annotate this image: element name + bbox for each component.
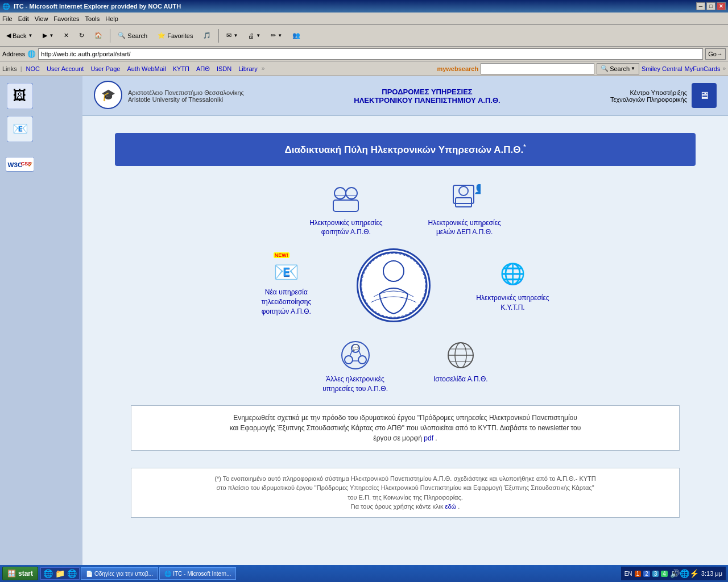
start-button[interactable]: 🪟 start [2,567,38,580]
menu-help[interactable]: Help [105,15,118,22]
refresh-button[interactable]: ↻ [75,27,88,44]
students-icon [330,183,362,215]
taskbar-item-1[interactable]: 🌐 ITC - Microsoft Intern... [159,567,236,580]
titlebar-title: ITC - Microsoft Internet Explorer provid… [14,3,181,10]
pdf-link[interactable]: pdf [424,434,433,442]
go-button[interactable]: Go → [705,48,726,60]
edit-dropdown-icon[interactable]: ▼ [278,33,282,38]
svg-rect-16 [453,185,474,203]
taskbar-icon-3[interactable]: 🌐 [67,569,77,578]
header-left: 🎓 Αριστοτέλειο Πανεπιστήμιο Θεσσαλονίκης… [94,81,244,111]
notification-icon-wrap: NEW! 📧 [274,255,299,284]
page-banner-text: Διαδικτυακή Πύλη Ηλεκτρονικών Υπηρεσιών … [284,144,526,155]
footnote-text-4a: Για τους όρους χρήσης κάντε κλικ [351,503,444,510]
mywebsearch-input[interactable] [481,63,594,74]
print-button[interactable]: 🖨 ▼ [244,27,264,44]
start-label: start [18,569,33,577]
linksbar-more-right[interactable]: » [722,65,726,72]
svg-point-12 [334,188,346,199]
minimize-button[interactable]: ─ [696,2,705,10]
service-kytp[interactable]: 🌐 Ηλεκτρονικές υπηρεσίεςΚ.Υ.Τ.Π. [476,258,549,313]
address-input[interactable]: http://web.itc.auth.gr/portal/start/ [38,48,703,60]
sidebar-icon-1[interactable]: 🖼 [6,82,34,110]
taskbar-clock: 3:13 μμ [701,570,722,577]
forward-button[interactable]: ▶ ▼ [39,27,57,44]
discuss-button[interactable]: 👥 [288,27,304,44]
mywebsearch-search-button[interactable]: 🔍 Search ▼ [597,63,639,74]
favorites-button[interactable]: ⭐ Favorites [154,27,197,44]
menu-view[interactable]: View [35,15,48,22]
links-user-account[interactable]: User Account [44,64,86,73]
refresh-icon: ↻ [79,32,84,39]
search-dropdown-icon[interactable]: ▼ [631,66,635,71]
home-icon: 🏠 [94,32,102,39]
service-staff[interactable]: 👤 Ηλεκτρονικές υπηρεσίεςμελών ΔΕΠ Α.Π.Θ. [428,183,501,238]
mail-dropdown-icon[interactable]: ▼ [233,33,238,38]
service-website[interactable]: Ιστοσελίδα Α.Π.Θ. [433,339,488,394]
taskbar-icons: 🌐 📁 🌐 [40,567,80,580]
linksbar: Links | NOC User Account User Page Auth … [0,61,728,76]
svg-rect-14 [333,200,358,211]
links-webmail[interactable]: Auth WebMail [124,64,168,73]
smiley-central-link[interactable]: Smiley Central [642,65,682,72]
edit-button[interactable]: ✏ ▼ [267,27,286,44]
svg-text:👤: 👤 [474,184,481,194]
links-kytp[interactable]: ΚΥΤΠ [170,64,192,73]
sidebar-w3c-icon[interactable]: W3C CSS ✓ [6,150,34,178]
svg-point-26 [358,356,366,364]
menu-edit[interactable]: Edit [18,15,29,22]
website-icon [445,339,477,371]
taskbar-item-0[interactable]: 📄 Οδηγίες για την υποβ... [81,567,158,580]
footnote-text-3: του Ε.Π. της Κοινωνίας της Πληροφορίας. [142,493,669,502]
forward-icon: ▶ [43,32,47,39]
itc-logo: 🖥 [692,83,717,109]
service-other[interactable]: 💬 Άλλες ηλεκτρονικέςυπηρεσίες του Α.Π.Θ. [322,339,388,394]
header-right-text: Κέντρο Υποστήριξης Τεχνολογιών Πληροφορι… [610,89,687,103]
svg-point-13 [346,188,357,199]
back-dropdown-icon[interactable]: ▼ [28,33,32,38]
links-user-page[interactable]: User Page [88,64,123,73]
taskbar-tray: EN 1 2 3 4 🔊🌐⚡ 3:13 μμ [621,567,726,580]
links-library[interactable]: Library [235,64,260,73]
links-noc[interactable]: NOC [23,64,43,73]
staff-label: Ηλεκτρονικές υπηρεσίεςμελών ΔΕΠ Α.Π.Θ. [428,218,501,238]
mail-button[interactable]: ✉ ▼ [222,27,242,44]
links-more[interactable]: » [262,65,265,72]
back-button[interactable]: ◀ Back ▼ [2,27,36,44]
close-button[interactable]: ✕ [717,2,726,10]
footnote-here-link[interactable]: εδώ [445,503,457,510]
search-button[interactable]: 🔍 Search [114,27,151,44]
tray-icons: 🔊🌐⚡ [670,569,699,578]
forward-dropdown-icon[interactable]: ▼ [49,33,53,38]
stop-button[interactable]: ✕ [60,27,73,44]
myfuncards-link[interactable]: MyFunCards [684,65,720,72]
menu-file[interactable]: File [2,15,13,22]
menu-favorites[interactable]: Favorites [53,15,79,22]
university-emblem [357,248,431,322]
info-text-1: Ενημερωθείτε σχετικά με την πρόοδο του ι… [233,414,577,422]
maximize-button[interactable]: □ [706,2,715,10]
tray-num-3: 3 [652,571,659,577]
top-services-row: Ηλεκτρονικές υπηρεσίεςφοιτητών Α.Π.Θ. 👤 … [82,183,728,238]
middle-row: NEW! 📧 Νέα υπηρεσίατηλεειδοποίησηςφοιτητ… [115,248,696,322]
sidebar-icon-2[interactable]: 📧 [6,115,34,143]
links-isdn[interactable]: ISDN [214,64,234,73]
titlebar-left: 🌐 ITC - Microsoft Internet Explorer prov… [2,3,181,10]
browser-content: 🖼 📧 W3C CSS ✓ � [0,76,728,565]
home-button[interactable]: 🏠 [90,27,106,44]
menu-tools[interactable]: Tools [85,15,100,22]
mywebsearch-label: mywebsearch [437,65,478,72]
links-apth[interactable]: ΑΠΘ [193,64,213,73]
service-students[interactable]: Ηλεκτρονικές υπηρεσίεςφοιτητών Α.Π.Θ. [309,183,382,238]
header-center-line2: ΗΛΕΚΤΡΟΝΙΚΟΥ ΠΑΝΕΠΙΣΤΗΜΙΟΥ Α.Π.Θ. [354,96,500,105]
mywebsearch-area: mywebsearch 🔍 Search ▼ Smiley Central My… [437,63,726,74]
svg-point-25 [345,356,353,364]
taskbar-icon-1[interactable]: 🌐 [43,569,53,578]
taskbar-icon-2[interactable]: 📁 [55,569,65,578]
toolbar-sep-2 [218,29,219,43]
students-label: Ηλεκτρονικές υπηρεσίεςφοιτητών Α.Π.Θ. [309,218,382,238]
taskbar: 🪟 start 🌐 📁 🌐 📄 Οδηγίες για την υποβ... … [0,565,728,582]
media-button[interactable]: 🎵 [199,27,215,44]
print-dropdown-icon[interactable]: ▼ [256,33,260,38]
service-notification[interactable]: NEW! 📧 Νέα υπηρεσίατηλεειδοποίησηςφοιτητ… [261,255,311,316]
